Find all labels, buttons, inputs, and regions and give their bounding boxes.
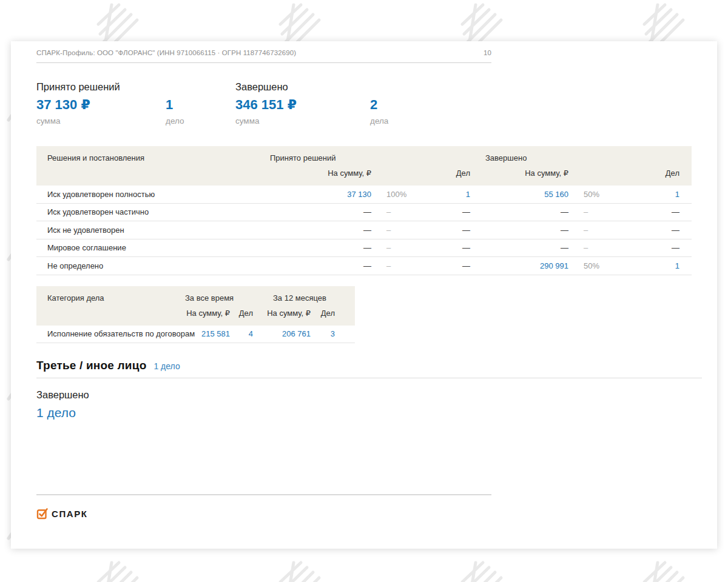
percent-value: 50% xyxy=(568,261,622,270)
empty-value: — xyxy=(267,226,371,235)
table-row: Исполнение обязательств по договорам215 … xyxy=(36,326,355,344)
decisions-table-body: Иск удовлетворен полностью37 130100%155 … xyxy=(36,186,692,275)
stat-decisions-amount: Принято решений 37 130 ₽ сумма xyxy=(36,81,166,125)
percent-value: – xyxy=(568,207,622,216)
column-subheader-cases: Дел xyxy=(425,169,470,178)
category-table: Категория дела За все время За 12 месяце… xyxy=(36,286,355,344)
table-row: Иск удовлетворен полностью37 130100%155 … xyxy=(36,186,692,204)
column-subheader-amount: На сумму, ₽ xyxy=(257,309,314,318)
empty-value: — xyxy=(470,243,568,252)
stat-count-value: 2 xyxy=(370,96,443,114)
stat-amount-value: 346 151 ₽ xyxy=(235,96,370,114)
table-row: Не определено—–—290 99150%1 xyxy=(36,257,692,275)
value-link[interactable]: 55 160 xyxy=(470,190,568,199)
empty-value: — xyxy=(622,207,679,216)
empty-value: — xyxy=(622,243,679,252)
column-subheader-amount: На сумму, ₽ xyxy=(267,169,371,178)
completed-cases-link[interactable]: 1 дело xyxy=(36,406,717,420)
column-group-header: За все время xyxy=(179,293,257,303)
value-link[interactable]: 1 xyxy=(622,190,679,199)
table-row: Иск не удовлетворен—–——–— xyxy=(36,221,692,239)
category-table-header: Категория дела За все время За 12 месяце… xyxy=(36,286,355,326)
empty-value: — xyxy=(267,261,371,270)
stat-count-label: дело xyxy=(166,116,235,125)
summary-stats: Принято решений 37 130 ₽ сумма 1 дело За… xyxy=(36,81,717,125)
column-subheader-cases: Дел xyxy=(622,169,679,178)
empty-value: — xyxy=(267,243,371,252)
stat-amount-label: сумма xyxy=(36,116,166,125)
value-link[interactable]: 3 xyxy=(314,329,341,338)
empty-value: — xyxy=(622,226,679,235)
category-table-body: Исполнение обязательств по договорам215 … xyxy=(36,326,355,344)
stat-group-title: Завершено xyxy=(235,81,370,96)
percent-value: – xyxy=(371,226,425,235)
table-row: Иск удовлетворен частично—–——–— xyxy=(36,204,692,222)
stat-group-title: Принято решений xyxy=(36,81,166,96)
empty-value: — xyxy=(267,207,371,216)
empty-value: — xyxy=(470,226,568,235)
spark-logo-text: СПАРК xyxy=(52,509,88,519)
value-link[interactable]: 290 991 xyxy=(470,261,568,270)
stat-count-label: дела xyxy=(370,116,443,125)
value-link[interactable]: 1 xyxy=(425,190,470,199)
value-link[interactable]: 206 761 xyxy=(257,329,314,338)
third-party-cases-link[interactable]: 1 дело xyxy=(153,361,180,371)
document-header: СПАРК-Профиль: ООО "ФЛОРАНС" (ИНН 971006… xyxy=(36,41,491,63)
row-label: Иск не удовлетворен xyxy=(36,226,267,235)
completed-label: Завершено xyxy=(36,389,717,401)
percent-value: – xyxy=(568,243,622,252)
report-page: СПАРК-Профиль: ООО "ФЛОРАНС" (ИНН 971006… xyxy=(11,41,717,549)
section-title: Третье / иное лицо xyxy=(36,359,146,372)
percent-value: – xyxy=(568,226,622,235)
stat-completed-count: 2 дела xyxy=(370,81,443,125)
decisions-table: Решения и постановления Принято решений … xyxy=(36,146,692,275)
value-link[interactable]: 215 581 xyxy=(179,329,234,338)
column-subheader-amount: На сумму, ₽ xyxy=(179,309,234,318)
percent-value: – xyxy=(371,207,425,216)
value-link[interactable]: 37 130 xyxy=(267,190,371,199)
table-row: Мировое соглашение—–——–— xyxy=(36,239,692,258)
empty-value: — xyxy=(425,243,470,252)
row-label: Мировое соглашение xyxy=(36,243,267,252)
spark-checkbox-icon xyxy=(36,507,49,520)
column-subheader-cases: Дел xyxy=(314,309,341,318)
percent-value: – xyxy=(371,243,425,252)
column-header: Категория дела xyxy=(36,293,179,303)
spark-logo: СПАРК xyxy=(36,507,491,520)
column-subheader-amount: На сумму, ₽ xyxy=(470,169,568,178)
stat-count-value: 1 xyxy=(166,96,235,114)
empty-value: — xyxy=(470,207,568,216)
row-label: Иск удовлетворен частично xyxy=(36,207,267,216)
stat-decisions-count: 1 дело xyxy=(166,81,235,125)
percent-value: – xyxy=(371,261,425,270)
row-label: Исполнение обязательств по договорам xyxy=(36,329,179,338)
column-group-header: За 12 месяцев xyxy=(257,293,341,303)
column-group-header: Принято решений xyxy=(267,153,470,162)
third-party-section-heading: Третье / иное лицо 1 дело xyxy=(36,359,702,378)
column-subheader-cases: Дел xyxy=(234,309,257,318)
stat-amount-label: сумма xyxy=(235,116,370,125)
page-number: 10 xyxy=(484,49,491,56)
value-link[interactable]: 1 xyxy=(622,261,679,270)
row-label: Иск удовлетворен полностью xyxy=(36,190,267,199)
column-header: Решения и постановления xyxy=(36,153,267,162)
empty-value: — xyxy=(425,207,470,216)
page-footer: СПАРК xyxy=(36,494,491,520)
stat-amount-value: 37 130 ₽ xyxy=(36,96,166,114)
document-title: СПАРК-Профиль: ООО "ФЛОРАНС" (ИНН 971006… xyxy=(36,49,296,56)
row-label: Не определено xyxy=(36,261,267,270)
stat-completed-amount: Завершено 346 151 ₽ сумма xyxy=(235,81,370,125)
value-link[interactable]: 4 xyxy=(234,329,257,338)
percent-value: 50% xyxy=(568,190,622,199)
decisions-table-header: Решения и постановления Принято решений … xyxy=(36,146,692,186)
column-group-header: Завершено xyxy=(470,153,679,162)
empty-value: — xyxy=(425,226,470,235)
percent-value: 100% xyxy=(371,190,425,199)
empty-value: — xyxy=(425,261,470,270)
